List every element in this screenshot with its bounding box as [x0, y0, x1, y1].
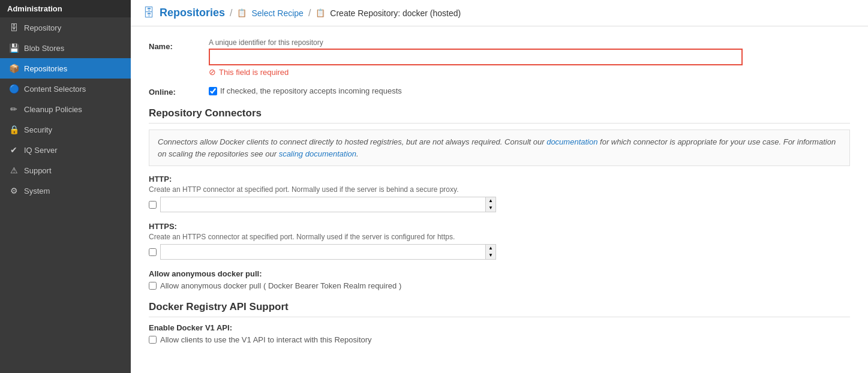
sidebar-item-label: IQ Server — [24, 146, 58, 155]
anon-pull-label: Allow anonymous docker pull ( Docker Bea… — [160, 281, 401, 290]
enable-v1-section: Enable Docker V1 API: Allow clients to u… — [149, 323, 850, 344]
security-icon: 🔒 — [8, 125, 19, 134]
error-icon: ⊘ — [209, 67, 216, 77]
sidebar-item-label: Content Selectors — [24, 85, 86, 94]
sidebar-item-iq-server[interactable]: ✔ IQ Server — [0, 140, 131, 160]
anon-pull-title: Allow anonymous docker pull: — [149, 269, 850, 278]
documentation-link[interactable]: documentation — [546, 137, 597, 146]
http-label: HTTP: — [149, 175, 850, 184]
name-field-container: A unique identifier for this repository … — [209, 38, 850, 77]
form-area: Name: A unique identifier for this repos… — [131, 26, 868, 373]
http-port-field: ▲ ▼ — [160, 197, 496, 212]
sidebar-item-label: Repositories — [24, 64, 67, 73]
enable-v1-desc: Allow clients to use the V1 API to inter… — [160, 335, 372, 344]
enable-v1-checkbox[interactable] — [149, 336, 157, 344]
sidebar-item-support[interactable]: ⚠ Support — [0, 160, 131, 181]
sidebar-item-label: Support — [24, 166, 52, 175]
current-page-icon: 📋 — [316, 8, 325, 17]
name-error: ⊘ This field is required — [209, 67, 850, 77]
content-selectors-icon: 🔵 — [8, 84, 19, 94]
name-label: Name: — [149, 38, 209, 51]
online-label: Online: — [149, 84, 209, 97]
http-section: HTTP: Create an HTTP connector at specif… — [149, 175, 850, 212]
info-text-1: Connectors allow Docker clients to conne… — [158, 137, 546, 146]
sidebar: Administration 🗄 Repository 💾 Blob Store… — [0, 0, 131, 373]
sidebar-item-label: Blob Stores — [24, 44, 64, 53]
http-checkbox[interactable] — [149, 201, 157, 209]
online-field-container: If checked, the repository accepts incom… — [209, 84, 850, 95]
online-row: Online: If checked, the repository accep… — [149, 84, 850, 97]
docker-api-title: Docker Registry API Support — [149, 301, 850, 317]
system-icon: ⚙ — [8, 186, 19, 195]
sidebar-item-security[interactable]: 🔒 Security — [0, 119, 131, 140]
sidebar-item-content-selectors[interactable]: 🔵 Content Selectors — [0, 79, 131, 99]
repositories-icon: 📦 — [8, 64, 19, 73]
breadcrumb: 🗄 Repositories / 📋 Select Recipe / 📋 Cre… — [131, 0, 868, 26]
http-port-input[interactable] — [161, 197, 485, 212]
enable-v1-checkbox-row: Allow clients to use the V1 API to inter… — [149, 335, 850, 344]
sidebar-item-label: Repository — [24, 23, 61, 32]
https-input-row: ▲ ▼ — [149, 244, 850, 260]
breadcrumb-current: Create Repository: docker (hosted) — [330, 8, 461, 18]
https-desc: Create an HTTPS connector at specified p… — [149, 233, 850, 241]
https-port-up[interactable]: ▲ — [486, 245, 495, 252]
name-row: Name: A unique identifier for this repos… — [149, 38, 850, 77]
support-icon: ⚠ — [8, 166, 19, 175]
https-label: HTTPS: — [149, 222, 850, 231]
name-input[interactable] — [209, 49, 743, 65]
sidebar-item-label: Cleanup Policies — [24, 105, 82, 114]
http-input-row: ▲ ▼ — [149, 197, 850, 212]
breadcrumb-repositories-link[interactable]: Repositories — [160, 7, 225, 19]
http-port-up[interactable]: ▲ — [486, 197, 495, 204]
http-port-spinner: ▲ ▼ — [485, 197, 495, 212]
enable-v1-label: Enable Docker V1 API: — [149, 323, 850, 332]
info-text-3: . — [356, 149, 359, 158]
sidebar-header: Administration — [0, 0, 131, 17]
http-port-down[interactable]: ▼ — [486, 204, 495, 212]
sidebar-item-label: Security — [24, 125, 52, 134]
sidebar-item-blob-stores[interactable]: 💾 Blob Stores — [0, 38, 131, 58]
breadcrumb-sep-2: / — [308, 8, 311, 19]
sidebar-item-cleanup-policies[interactable]: ✏ Cleanup Policies — [0, 99, 131, 119]
breadcrumb-select-recipe-link[interactable]: Select Recipe — [251, 8, 303, 18]
breadcrumb-sep-1: / — [230, 8, 232, 19]
online-checkbox-row: If checked, the repository accepts incom… — [209, 84, 850, 95]
online-hint: If checked, the repository accepts incom… — [220, 86, 402, 95]
iq-server-icon: ✔ — [8, 145, 19, 155]
http-desc: Create an HTTP connector at specified po… — [149, 185, 850, 194]
repository-icon: 🗄 — [8, 23, 19, 32]
https-port-down[interactable]: ▼ — [486, 252, 495, 259]
main-content: 🗄 Repositories / 📋 Select Recipe / 📋 Cre… — [131, 0, 868, 373]
name-hint: A unique identifier for this repository — [209, 38, 850, 47]
repository-connectors-title: Repository Connectors — [149, 107, 850, 124]
https-checkbox[interactable] — [149, 248, 157, 256]
sidebar-item-repositories[interactable]: 📦 Repositories — [0, 58, 131, 79]
online-checkbox[interactable] — [209, 87, 217, 95]
https-port-spinner: ▲ ▼ — [485, 245, 495, 259]
blob-stores-icon: 💾 — [8, 43, 19, 53]
https-port-field: ▲ ▼ — [160, 244, 496, 260]
sidebar-item-repository[interactable]: 🗄 Repository — [0, 17, 131, 38]
anon-pull-section: Allow anonymous docker pull: Allow anony… — [149, 269, 850, 290]
sidebar-item-system[interactable]: ⚙ System — [0, 181, 131, 201]
https-port-input[interactable] — [161, 245, 485, 259]
error-text: This field is required — [219, 68, 289, 77]
https-section: HTTPS: Create an HTTPS connector at spec… — [149, 222, 850, 260]
sidebar-item-label: System — [24, 186, 50, 195]
anon-pull-checkbox-row: Allow anonymous docker pull ( Docker Bea… — [149, 281, 850, 290]
repositories-breadcrumb-icon: 🗄 — [143, 6, 155, 20]
select-recipe-icon: 📋 — [237, 8, 247, 17]
connectors-info-box: Connectors allow Docker clients to conne… — [149, 130, 850, 166]
cleanup-icon: ✏ — [8, 104, 19, 114]
scaling-docs-link[interactable]: scaling documentation — [279, 149, 356, 158]
anon-pull-checkbox[interactable] — [149, 282, 157, 290]
